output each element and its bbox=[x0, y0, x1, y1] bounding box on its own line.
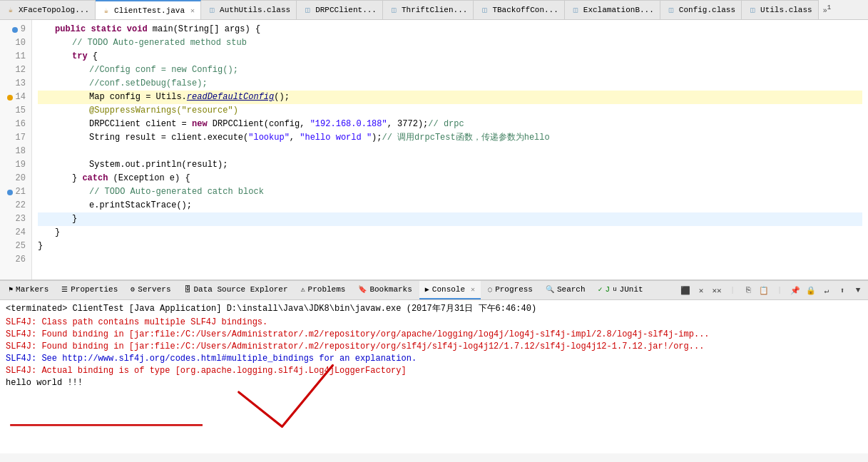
tab-label: DRPCClient... bbox=[315, 6, 377, 14]
console-line-3: SLF4J: Found binding in [jar:file:/C:/Us… bbox=[6, 341, 862, 353]
code-line bbox=[38, 145, 862, 158]
scroll-btn[interactable]: 🔒 bbox=[804, 283, 818, 297]
tab-label2: u bbox=[613, 286, 616, 293]
tab-bar: ☕ XFaceTopolog... ☕ ClientTest.java ✕ ◫ … bbox=[0, 0, 868, 20]
editor-area: 9 10 11 12 13 14 15 16 17 18 19 20 21 22… bbox=[0, 20, 868, 280]
console-close-icon[interactable]: ✕ bbox=[471, 285, 475, 294]
bookmarks-icon: 🔖 bbox=[358, 285, 367, 294]
close-btn[interactable]: ✕ bbox=[694, 283, 708, 297]
tab-progress[interactable]: ◌ Progress bbox=[482, 281, 538, 299]
tab-label: Console bbox=[432, 285, 465, 294]
code-line: // TODO Auto-generated method stub bbox=[38, 36, 862, 50]
tab-label: ExclamationB... bbox=[583, 6, 654, 14]
code-line: //conf.setDebug(false); bbox=[38, 77, 862, 91]
stop-btn[interactable]: ⬛ bbox=[678, 283, 693, 297]
tab-properties[interactable]: ☰ Properties bbox=[56, 281, 123, 299]
tab-overflow[interactable]: »1 bbox=[819, 4, 835, 15]
code-line: //Config conf = new Config(); bbox=[38, 63, 862, 77]
tab-exclamation[interactable]: ◫ ExclamationB... bbox=[565, 0, 660, 20]
java-icon: ☕ bbox=[101, 6, 111, 16]
code-line: try { bbox=[38, 50, 862, 63]
tab-junit[interactable]: ✓ Ju JUnit bbox=[593, 281, 649, 299]
code-line: @SuppressWarnings("resource") bbox=[38, 104, 862, 118]
console-line-1: SLF4J: Class path contains multiple SLF4… bbox=[6, 317, 862, 329]
tab-problems[interactable]: ⚠ Problems bbox=[295, 281, 352, 299]
tab-label: Problems bbox=[308, 285, 346, 294]
editor-scrollbar[interactable] bbox=[0, 279, 868, 280]
toolbar-icons: ⬛ ✕ ✕✕ | ⎘ 📋 | 📌 🔒 ↵ ⬆ ▼ bbox=[678, 283, 865, 297]
code-line: } bbox=[38, 240, 862, 253]
tab-label: Search bbox=[557, 285, 586, 294]
code-line: } catch (Exception e) { bbox=[38, 172, 862, 185]
problems-icon: ⚠ bbox=[301, 285, 305, 294]
copy-btn[interactable]: ⎘ bbox=[741, 283, 755, 297]
markers-icon: ⚑ bbox=[9, 285, 13, 294]
class-icon: ◫ bbox=[666, 5, 676, 15]
console-line-4: SLF4J: See http://www.slf4j.org/codes.ht… bbox=[6, 353, 862, 365]
console-terminated: <terminated> ClientTest [Java Applicatio… bbox=[6, 303, 862, 315]
tab-label3: JUnit bbox=[620, 285, 643, 294]
class-icon: ◫ bbox=[747, 5, 757, 15]
tab-bookmarks[interactable]: 🔖 Bookmarks bbox=[352, 281, 417, 299]
tab-authutils[interactable]: ◫ AuthUtils.class bbox=[201, 0, 297, 20]
bottom-panel: ⚑ Markers ☰ Properties ⚙ Servers 🗄 Data … bbox=[0, 280, 868, 453]
tab-label: Config.class bbox=[679, 6, 735, 14]
tab-thriftclient[interactable]: ◫ ThriftClien... bbox=[383, 0, 474, 20]
code-line: public static void main(String[] args) { bbox=[38, 23, 862, 36]
tab-label: Progress bbox=[495, 285, 533, 294]
code-lines[interactable]: public static void main(String[] args) {… bbox=[32, 20, 868, 279]
code-line: } bbox=[38, 212, 862, 226]
tab-console[interactable]: ▶ Console ✕ bbox=[419, 281, 481, 299]
console-icon: ▶ bbox=[425, 285, 429, 294]
tab-config[interactable]: ◫ Config.class bbox=[660, 0, 742, 20]
wrap-btn[interactable]: ↵ bbox=[820, 283, 834, 297]
search-icon: 🔍 bbox=[546, 285, 554, 294]
view-btn[interactable]: ▼ bbox=[851, 283, 865, 297]
closeall-btn[interactable]: ✕✕ bbox=[710, 283, 724, 297]
class-icon: ◫ bbox=[571, 5, 581, 15]
tab-label: Data Source Explorer bbox=[194, 285, 288, 294]
tab-label: Markers bbox=[16, 285, 48, 294]
code-line: System.out.println(result); bbox=[38, 158, 862, 172]
tab-label: Utils.class bbox=[760, 6, 812, 14]
code-line: DRPCClient client = new DRPCClient(confi… bbox=[38, 118, 862, 131]
expand-btn[interactable]: ⬆ bbox=[835, 283, 849, 297]
tab-servers[interactable]: ⚙ Servers bbox=[125, 281, 176, 299]
code-line: // TODO Auto-generated catch block bbox=[38, 185, 862, 199]
code-line bbox=[38, 253, 862, 267]
tab-close-icon[interactable]: ✕ bbox=[190, 6, 195, 15]
pin-btn[interactable]: 📌 bbox=[788, 283, 802, 297]
paste-btn[interactable]: 📋 bbox=[757, 283, 771, 297]
class-icon: ◫ bbox=[479, 5, 489, 15]
tab-label: Servers bbox=[138, 285, 170, 294]
properties-icon: ☰ bbox=[61, 285, 68, 294]
tab-label: TBackoffCon... bbox=[492, 6, 558, 14]
servers-icon: ⚙ bbox=[131, 285, 135, 294]
tab-utils[interactable]: ◫ Utils.class bbox=[742, 0, 819, 20]
tab-clienttest[interactable]: ☕ ClientTest.java ✕ bbox=[96, 0, 201, 20]
line-numbers: 9 10 11 12 13 14 15 16 17 18 19 20 21 22… bbox=[0, 20, 32, 279]
console-line-6: hello world !!! bbox=[6, 377, 862, 389]
tab-tbackoff[interactable]: ◫ TBackoffCon... bbox=[474, 0, 564, 20]
tab-drpcclient[interactable]: ◫ DRPCClient... bbox=[297, 0, 383, 20]
tab-xface[interactable]: ☕ XFaceTopolog... bbox=[0, 0, 96, 20]
junit-icon: ✓ bbox=[598, 285, 603, 294]
progress-icon: ◌ bbox=[488, 285, 492, 294]
class-icon: ◫ bbox=[302, 5, 312, 15]
tab-label: Properties bbox=[71, 285, 118, 294]
tab-label: J bbox=[606, 285, 611, 294]
separator2: | bbox=[772, 283, 787, 297]
tab-markers[interactable]: ⚑ Markers bbox=[3, 281, 54, 299]
tab-label: Bookmarks bbox=[369, 285, 412, 294]
tab-search[interactable]: 🔍 Search bbox=[540, 281, 591, 299]
tab-label: AuthUtils.class bbox=[220, 6, 290, 14]
code-line: } bbox=[38, 226, 862, 240]
code-line: String result = client.execute("lookup",… bbox=[38, 131, 862, 145]
code-line: e.printStackTrace(); bbox=[38, 199, 862, 212]
console-area: <terminated> ClientTest [Java Applicatio… bbox=[0, 300, 868, 453]
console-line-5: SLF4J: Actual binding is of type [org.ap… bbox=[6, 365, 862, 377]
separator: | bbox=[725, 283, 740, 297]
class-icon: ◫ bbox=[389, 5, 399, 15]
tab-label: XFaceTopolog... bbox=[19, 6, 89, 14]
tab-datasource[interactable]: 🗄 Data Source Explorer bbox=[178, 281, 294, 299]
